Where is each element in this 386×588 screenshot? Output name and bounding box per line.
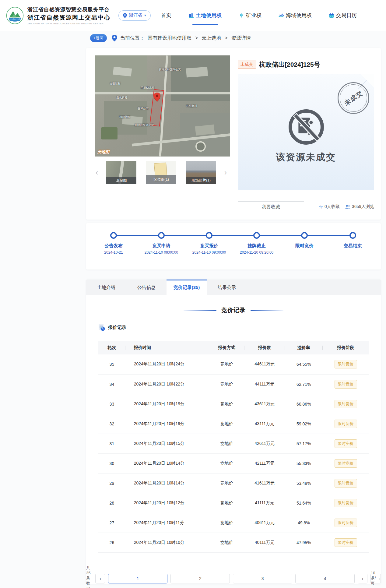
nav-item-land-use-rights[interactable]: 土地使用权: [188, 9, 222, 21]
timeline-step-date: 2024-10-21: [89, 250, 138, 255]
detail-tabs-card: 土地介绍 公告信息 竞价记录(35) 结果公示 竞价记录 报价记录: [86, 280, 381, 584]
subsection-header: 报价记录: [98, 323, 126, 331]
col-round: 轮次: [98, 341, 125, 354]
tab-bidding-records[interactable]: 竞价记录(35): [167, 280, 207, 295]
page-size-select[interactable]: 10 条/页 ∨: [370, 574, 381, 583]
platform-title: 浙江省自然资源智慧交易服务平台: [27, 6, 111, 13]
cell-amount: 43611万元: [244, 394, 285, 414]
nav-item-home[interactable]: 首页: [161, 9, 171, 21]
tab-result-publicity[interactable]: 结果公示: [207, 280, 247, 295]
pagination-page-2[interactable]: 2: [170, 574, 230, 583]
table-row: 35 2024年11月20日 10时24分 竞地价 44611万元 64.55%…: [98, 354, 369, 374]
logo-group: 浙江省自然资源智慧交易服务平台 浙江省自然资源网上交易中心 ZHEJIANG N…: [6, 6, 111, 25]
timeline-step-date: 2024-11-20 09:20:00: [232, 250, 281, 255]
timeline-dot: [301, 232, 308, 239]
breadcrumb-label: 当前位置：: [120, 35, 145, 41]
breadcrumb: ‹ 返回 当前位置： 国有建设用地使用权 > 云上选地 > 资源详情: [90, 34, 251, 42]
back-button[interactable]: ‹ 返回: [90, 34, 107, 42]
timeline-step-date: [280, 250, 329, 255]
timeline-step-apply: 竞买申请 2024-11-10 09:00:00: [137, 232, 186, 255]
timeline-step-listing-deadline: 挂牌截止 2024-11-20 09:20:00: [232, 232, 281, 255]
favorite-button[interactable]: 我要收藏: [238, 201, 304, 212]
cell-time: 2024年11月20日 10时12分: [125, 493, 209, 513]
map-label: 香樟公寓: [138, 107, 149, 111]
resource-title: 杭政储出[2024]125号: [259, 60, 320, 69]
nav-item-sea-use-rights[interactable]: 海域使用权: [279, 9, 312, 21]
cell-amount: 41611万元: [244, 473, 285, 493]
cell-amount: 43111万元: [244, 414, 285, 434]
back-arrow-icon: ‹: [94, 36, 95, 40]
cell-premium: 47.95%: [285, 533, 323, 552]
nav-label: 海域使用权: [286, 12, 312, 19]
cell-time: 2024年11月20日 10时14分: [125, 453, 209, 473]
thumbnail-label: 现场照片(1): [186, 177, 216, 184]
resource-title-row: 未成交 杭政储出[2024]125号: [238, 60, 320, 69]
pagination-prev-button[interactable]: ‹: [95, 574, 105, 583]
timeline-step-label: 竞买报价: [185, 243, 233, 249]
process-timeline-card: 公告发布 2024-10-21 竞买申请 2024-11-10 09:00:00…: [86, 223, 381, 269]
tab-announcement-info[interactable]: 公告信息: [126, 280, 167, 295]
timeline-dot: [110, 232, 117, 239]
cell-stage: 限时竞价: [323, 533, 369, 552]
timeline-dot: [253, 232, 260, 239]
pagination-page-4[interactable]: 4: [295, 574, 355, 583]
location-pin-icon: [123, 13, 127, 18]
timeline-step-timed-bidding: 限时竞价: [280, 232, 329, 255]
cell-time: 2024年11月20日 10时10分: [125, 533, 209, 552]
resource-detail-card: 新湖武林国际公寓 仓基新村 星辰幼儿园 昌化新村 香樟公寓 柳营社区 娃哈哈双语…: [86, 48, 381, 220]
stage-badge: 限时竞价: [335, 380, 357, 389]
favorite-count: 0人收藏: [325, 204, 340, 209]
tab-land-intro[interactable]: 土地介绍: [86, 280, 126, 295]
thumbnail-satellite[interactable]: 卫星图: [106, 161, 136, 184]
satellite-map[interactable]: 新湖武林国际公寓 仓基新村 星辰幼儿园 昌化新村 香樟公寓 柳营社区 娃哈哈双语…: [95, 55, 230, 157]
pagination-page-3[interactable]: 3: [233, 574, 292, 583]
cell-round: 34: [98, 374, 125, 394]
cell-amount: 42611万元: [244, 434, 285, 453]
favorite-count-stat[interactable]: ☆ 0人收藏: [319, 204, 340, 210]
cell-stage: 限时竞价: [323, 453, 369, 473]
cell-premium: 64.55%: [285, 354, 323, 374]
cell-stage: 限时竞价: [323, 513, 369, 533]
location-pin-icon: [112, 35, 117, 41]
nav-item-trading-calendar[interactable]: 交易日历: [329, 9, 357, 21]
thumbnail-site-photo[interactable]: 现场照片(1): [186, 161, 216, 184]
pagination: 共35条数据 ‹ 1 2 3 4 › 10 条/页 ∨: [86, 565, 381, 588]
chevron-down-icon: ▾: [144, 13, 146, 17]
region-selector[interactable]: 浙江省 ▾: [118, 10, 151, 21]
cell-premium: 59.02%: [285, 414, 323, 434]
cell-method: 竞地价: [209, 493, 244, 513]
star-icon: ☆: [319, 204, 323, 210]
cell-round: 29: [98, 473, 125, 493]
map-green-area: [101, 127, 118, 139]
center-title: 浙江省自然资源网上交易中心: [27, 14, 111, 22]
cell-amount: 40611万元: [244, 513, 285, 533]
pagination-next-button[interactable]: ›: [358, 574, 367, 583]
gallery-next-icon[interactable]: ›: [221, 168, 230, 177]
table-row: 29 2024年11月20日 10时14分 竞地价 41611万元 53.48%…: [98, 473, 369, 493]
calendar-icon: [329, 13, 334, 18]
favorite-row: 我要收藏 ☆ 0人收藏 3659人浏览: [238, 201, 374, 212]
cell-time: 2024年11月20日 10时19分: [125, 414, 209, 434]
cell-amount: 41111万元: [244, 493, 285, 513]
chevron-down-icon: ∨: [378, 577, 381, 580]
table-row: 33 2024年11月20日 10时19分 竞地价 43611万元 60.86%…: [98, 394, 369, 414]
cell-method: 竞地价: [209, 533, 244, 552]
cell-method: 竞地价: [209, 434, 244, 453]
breadcrumb-item-cloud-select[interactable]: 云上选地: [202, 35, 221, 41]
gallery-prev-icon[interactable]: ‹: [92, 168, 101, 177]
cell-stage: 限时竞价: [323, 473, 369, 493]
timeline-step-label: 限时竞价: [280, 243, 329, 249]
stage-badge: 限时竞价: [335, 538, 357, 547]
thumbnail-location-plan[interactable]: 区位图(1): [146, 161, 176, 184]
stage-badge: 限时竞价: [335, 499, 357, 507]
pagination-page-1[interactable]: 1: [108, 574, 167, 583]
stage-badge: 限时竞价: [335, 519, 357, 527]
col-time: 报价时间: [125, 341, 209, 354]
subsection-title: 报价记录: [108, 325, 126, 330]
breadcrumb-item-land-use[interactable]: 国有建设用地使用权: [148, 35, 191, 41]
nav-item-mining-rights[interactable]: 矿业权: [239, 9, 261, 21]
map-label: 柳营社区: [119, 115, 130, 119]
stage-badge: 限时竞价: [335, 459, 357, 468]
cell-premium: 53.48%: [285, 473, 323, 493]
map-label: 星辰幼儿园: [141, 86, 154, 90]
